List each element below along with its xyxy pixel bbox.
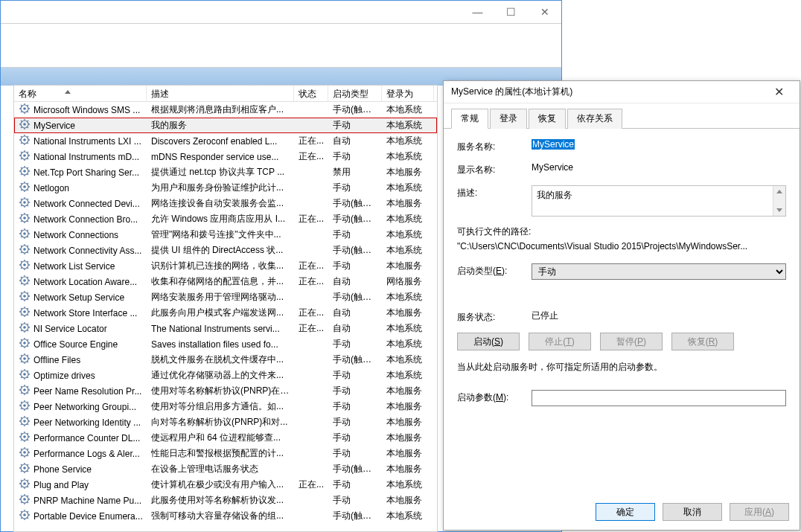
service-row[interactable]: Optimize drives通过优化存储驱动器上的文件来...手动本地系统: [14, 368, 437, 383]
service-description: mDNS Responder service use...: [147, 152, 294, 162]
service-name: PNRP Machine Name Pu...: [33, 496, 141, 506]
service-logon-as: 本地服务: [382, 307, 434, 319]
service-description: 为用户和服务身份验证维护此计...: [147, 182, 294, 194]
svg-point-11: [23, 123, 26, 126]
label-startup-type: 启动类型(E):: [457, 263, 532, 278]
svg-line-138: [21, 315, 22, 315]
service-description: 允许 Windows 应用商店应用从 I...: [147, 213, 294, 225]
service-logon-as: 本地系统: [382, 478, 434, 491]
service-row[interactable]: NI Service LocatorThe National Instrumen…: [14, 321, 437, 336]
service-description: 使用对等分组启用多方通信。如...: [147, 400, 294, 413]
service-name: Plug and Play: [33, 480, 89, 490]
service-startup-type: 自动: [328, 307, 382, 319]
service-row[interactable]: PNRP Machine Name Pu...此服务使用对等名称解析协议发...…: [14, 493, 437, 508]
service-row[interactable]: Peer Networking Groupi...使用对等分组启用多方通信。如.…: [14, 399, 437, 414]
tab-dependencies[interactable]: 依存关系: [567, 109, 622, 129]
header-state[interactable]: 状态: [294, 86, 328, 101]
service-name: Network Setup Service: [33, 292, 124, 303]
service-row[interactable]: Microsoft Windows SMS ...根据规则将消息路由到相应客户.…: [14, 102, 437, 118]
svg-point-131: [23, 310, 26, 313]
startup-type-select[interactable]: 手动: [532, 263, 786, 280]
service-state: 正在...: [294, 135, 328, 147]
service-row[interactable]: Network Connections管理"网络和拨号连接"文件夹中...手动本…: [14, 227, 437, 243]
service-startup-type: 手动(触发...: [328, 510, 382, 522]
service-startup-type: 手动(触发...: [328, 213, 382, 225]
service-description: 脱机文件服务在脱机文件缓存中...: [147, 353, 294, 366]
description-box: 我的服务: [532, 185, 786, 217]
service-row[interactable]: Performance Logs & Aler...性能日志和警报根据预配置的计…: [14, 446, 437, 461]
svg-line-199: [28, 402, 28, 403]
service-row[interactable]: Peer Networking Identity ...向对等名称解析协议(PN…: [14, 414, 437, 430]
service-row[interactable]: Network List Service识别计算机已连接的网络，收集...正在.…: [14, 258, 437, 274]
service-startup-type: 自动: [328, 135, 382, 147]
svg-line-209: [28, 417, 28, 418]
service-description: The National Instruments servi...: [147, 324, 294, 334]
minimize-button[interactable]: —: [461, 1, 494, 23]
startup-params-input[interactable]: [532, 390, 786, 406]
service-row[interactable]: Network Connected Devi...网络连接设备自动安装服务会监.…: [14, 196, 437, 211]
header-logon-as[interactable]: 登录为: [382, 86, 434, 101]
svg-line-157: [28, 346, 28, 347]
tab-logon[interactable]: 登录: [490, 109, 527, 129]
service-startup-type: 手动(触发...: [328, 291, 382, 304]
svg-line-48: [21, 174, 22, 175]
close-button[interactable]: ✕: [528, 1, 561, 23]
label-display-name: 显示名称:: [457, 162, 532, 176]
service-row[interactable]: Network Location Aware...收集和存储网络的配置信息，并.…: [14, 274, 437, 289]
service-row[interactable]: National Instruments mD...mDNS Responder…: [14, 149, 437, 164]
start-button[interactable]: 启动(S): [457, 333, 520, 350]
service-row[interactable]: Network Connectivity Ass...提供 UI 组件的 Dir…: [14, 243, 437, 258]
service-name: Network Connectivity Ass...: [33, 246, 141, 256]
description-scrollbar[interactable]: [773, 186, 785, 216]
service-row[interactable]: Portable Device Enumera...强制可移动大容量存储设备的组…: [14, 508, 437, 524]
svg-line-117: [28, 283, 28, 284]
service-name: National Instruments LXI ...: [33, 136, 141, 147]
ok-button[interactable]: 确定: [596, 503, 655, 521]
shell-titlebar: — ☐ ✕: [1, 1, 561, 23]
service-startup-type: 手动: [328, 494, 382, 507]
value-executable-path: "C:\Users\CNC\Documents\Visual Studio 20…: [457, 241, 786, 251]
service-icon: [19, 150, 31, 164]
svg-point-21: [23, 138, 26, 141]
tab-general[interactable]: 常规: [451, 109, 488, 129]
service-description: 根据规则将消息路由到相应客户...: [147, 103, 294, 116]
service-icon: [19, 509, 31, 523]
service-description: 提供通过 net.tcp 协议共享 TCP ...: [147, 166, 294, 179]
header-name[interactable]: 名称: [14, 86, 147, 101]
service-row[interactable]: Network Setup Service网络安装服务用于管理网络驱动...手动…: [14, 289, 437, 305]
service-row[interactable]: Network Store Interface ...此服务向用户模式客户端发送…: [14, 305, 437, 321]
service-row[interactable]: Offline Files脱机文件服务在脱机文件缓存中...手动(触发...本地…: [14, 352, 437, 368]
service-name: NI Service Locator: [33, 324, 107, 334]
service-row[interactable]: Phone Service在设备上管理电话服务状态手动(触发...本地服务: [14, 461, 437, 477]
service-description: Discovers Zeroconf enabled L...: [147, 136, 294, 147]
service-name: Netlogon: [33, 183, 69, 193]
service-row[interactable]: Plug and Play使计算机在极少或没有用户输入...正在...手动本地系…: [14, 477, 437, 493]
service-row[interactable]: Peer Name Resolution Pr...使用对等名称解析协议(PNR…: [14, 383, 437, 399]
maximize-button[interactable]: ☐: [494, 1, 528, 23]
svg-line-149: [28, 324, 28, 324]
header-description[interactable]: 描述: [147, 86, 294, 101]
service-row[interactable]: Net.Tcp Port Sharing Ser...提供通过 net.tcp …: [14, 164, 437, 180]
dialog-close-button[interactable]: ✕: [765, 85, 792, 99]
service-description: 使用对等名称解析协议(PNRP)在 ...: [147, 385, 294, 397]
service-row[interactable]: Performance Counter DL...使远程用户和 64 位进程能够…: [14, 430, 437, 446]
service-row[interactable]: Office Source EngineSaves installation f…: [14, 336, 437, 352]
tab-strip: 常规 登录 恢复 依存关系: [444, 103, 800, 129]
tab-recovery[interactable]: 恢复: [529, 109, 566, 129]
service-row[interactable]: National Instruments LXI ...Discovers Ze…: [14, 133, 437, 149]
label-startup-params: 启动参数(M):: [457, 390, 532, 404]
cancel-button[interactable]: 取消: [663, 503, 722, 521]
service-description: 此服务向用户模式客户端发送网...: [147, 307, 294, 319]
service-control-buttons: 启动(S) 停止(T) 暂停(P) 恢复(R): [457, 333, 786, 350]
service-row[interactable]: MyService我的服务手动本地系统: [14, 118, 437, 133]
svg-line-258: [21, 502, 22, 503]
svg-line-86: [21, 230, 22, 231]
svg-line-98: [21, 252, 22, 253]
service-row[interactable]: Network Connection Bro...允许 Windows 应用商店…: [14, 211, 437, 227]
svg-point-161: [23, 357, 26, 360]
service-row[interactable]: Netlogon为用户和服务身份验证维护此计...手动本地系统: [14, 180, 437, 196]
header-startup-type[interactable]: 启动类型: [328, 86, 382, 101]
svg-point-181: [23, 388, 26, 391]
svg-line-197: [28, 408, 28, 409]
svg-line-167: [28, 362, 28, 362]
